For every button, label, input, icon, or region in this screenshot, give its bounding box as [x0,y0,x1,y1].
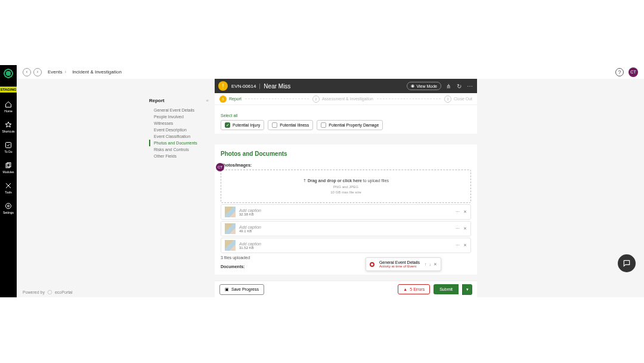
eye-icon: ◉ [411,84,414,88]
view-mode-button[interactable]: ◉ View Mode [407,82,441,90]
photos-section: Photos and Documents CT Photos/Images: ⤒… [215,144,477,275]
file-size: 49.1 KB [239,229,261,233]
file-remove-icon[interactable]: ✕ [463,243,467,248]
step-assessment[interactable]: 2Assessment & Investigation [312,96,373,103]
caption-input[interactable]: Add caption [239,225,261,229]
record-id: EVN-00614 [231,84,260,89]
step-closeout[interactable]: 3Close Out [444,96,472,103]
nav-forward-button[interactable]: › [33,68,42,76]
svg-point-4 [5,204,11,209]
section-nav-title: Report « [149,98,209,103]
file-size: 31.52 KB [239,246,261,250]
photos-label: Photos/Images: [221,163,471,167]
field-author-badge: CT [216,163,224,171]
section-link-photos[interactable]: Photos and Documents [149,140,209,146]
section-link-witnesses[interactable]: Witnesses [149,120,209,127]
file-remove-icon[interactable]: ✕ [463,226,467,231]
upload-icon: ⤒ [303,179,306,183]
help-icon[interactable]: ? [615,68,624,76]
main-panel: ! EVN-00614 Near Miss ◉ View Mode ⋔ ↻ ⋯ … [215,79,477,275]
error-prev[interactable]: ↑ [425,262,427,267]
error-popover-sub[interactable]: Activity at time of Event [379,264,420,268]
more-icon[interactable]: ⋯ [466,82,473,90]
file-more-icon[interactable]: ⋯ [456,243,460,248]
app-logo-icon [2,67,14,79]
save-icon: ▣ [225,287,229,292]
chat-fab[interactable] [618,254,636,272]
nav-back-button[interactable]: ‹ [23,68,31,76]
tools-icon [5,182,12,189]
option-potential-injury[interactable]: ✓ Potential Injury [221,120,264,130]
share-icon[interactable]: ⋔ [445,82,452,90]
stepper: 1Report 2Assessment & Investigation 3Clo… [215,93,477,105]
svg-rect-0 [6,143,11,148]
env-badge: STAGING [0,87,18,93]
svg-point-5 [48,290,52,294]
chat-icon [623,259,631,267]
step-report[interactable]: 1Report [219,96,242,103]
svg-point-3 [7,205,9,207]
photos-heading: Photos and Documents [221,150,471,157]
file-row: Add caption 31.52 KB ⋯ ✕ [221,238,471,253]
save-button[interactable]: ▣ Save Progress [219,284,264,295]
left-rail: STAGING Home Shortcuts To Do Modules Too… [0,65,17,297]
avatar[interactable]: CT [628,67,638,77]
topbar: ‹ › Events › Incident & Investigation ? … [17,65,644,79]
ecoportal-logo-icon [47,290,52,295]
rail-item-settings[interactable]: Settings [3,202,14,214]
section-link-classification[interactable]: Event Classification [149,133,209,140]
rail-item-home[interactable]: Home [4,101,12,113]
warning-icon: ! [218,81,228,91]
errors-button[interactable]: ▲ 5 Errors [398,284,430,294]
section-link-description[interactable]: Event Description [149,127,209,133]
record-title: Near Miss [264,83,290,90]
breadcrumb-sep: › [64,69,66,75]
checkbox-icon [272,122,277,128]
error-popover-title: General Event Details [379,260,420,264]
thumbnail[interactable] [225,223,236,234]
rail-item-todo[interactable]: To Do [4,141,12,153]
option-potential-illness[interactable]: Potential Illness [268,120,313,130]
modules-icon [5,162,12,169]
history-icon[interactable]: ↻ [456,82,463,90]
submit-button[interactable]: Submit [434,284,459,294]
section-link-general[interactable]: General Event Details [149,107,209,113]
section-nav-collapse[interactable]: « [206,98,209,103]
home-icon [5,101,12,108]
file-more-icon[interactable]: ⋯ [456,210,460,214]
file-size: 32.38 KB [239,213,261,216]
rail-item-modules[interactable]: Modules [3,162,14,174]
breadcrumb-root[interactable]: Events [48,69,62,75]
section-link-other[interactable]: Other Fields [149,153,209,159]
panel-header: ! EVN-00614 Near Miss ◉ View Mode ⋔ ↻ ⋯ [215,79,477,93]
section-link-risks[interactable]: Risks and Controls [149,146,209,153]
caption-input[interactable]: Add caption [239,208,261,213]
file-row: Add caption 32.38 KB ⋯ ✕ [221,204,471,220]
thumbnail[interactable] [225,240,236,251]
thumbnail[interactable] [225,207,236,217]
option-potential-property-damage[interactable]: Potential Property Damage [317,120,383,130]
gear-icon [5,202,12,210]
checkbox-icon: ✓ [225,122,230,128]
error-dot-icon [370,262,374,267]
powered-by: Powered by ecoPortal [23,290,73,295]
rail-item-tools[interactable]: Tools [5,182,12,194]
section-link-people[interactable]: People Involved [149,113,209,120]
star-icon [5,121,12,128]
upload-dropzone[interactable]: ⤒ Drag and drop or click here to upload … [221,170,471,203]
classification-section: Select all ✓ Potential Injury Potential … [215,105,477,134]
caption-input[interactable]: Add caption [239,242,261,246]
breadcrumb-page[interactable]: Incident & Investigation [72,69,122,75]
content-area: Report « General Event Details People In… [17,79,644,297]
check-icon [5,141,12,149]
checkbox-icon [321,122,326,128]
rail-item-shortcuts[interactable]: Shortcuts [2,121,14,133]
error-popover: General Event Details Activity at time o… [366,257,441,271]
file-more-icon[interactable]: ⋯ [456,226,460,231]
submit-dropdown[interactable]: ▾ [462,284,472,295]
error-close[interactable]: ✕ [434,262,437,267]
file-remove-icon[interactable]: ✕ [463,210,467,214]
select-all-link[interactable]: Select all [221,113,237,118]
alert-icon: ▲ [403,287,407,291]
error-next[interactable]: ↓ [429,262,432,267]
